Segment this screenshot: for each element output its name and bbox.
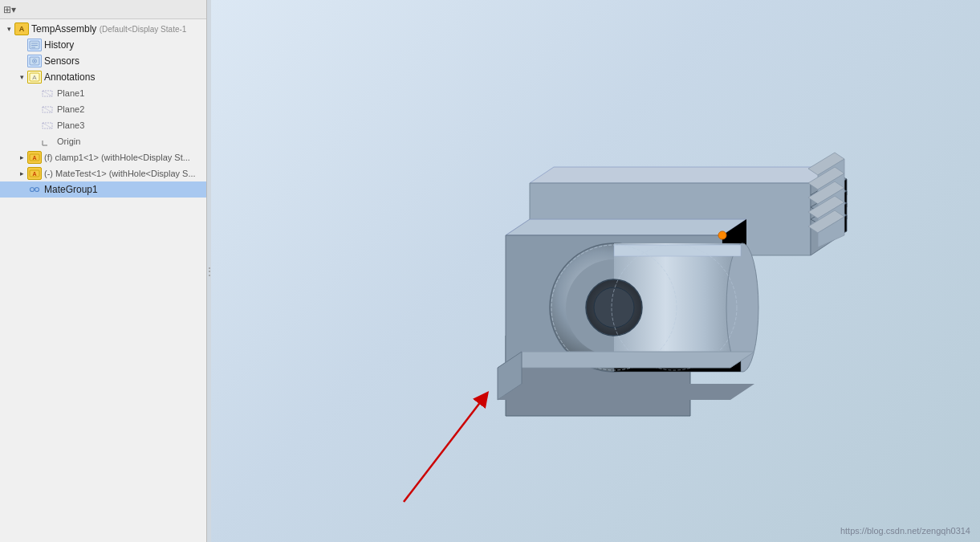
tree-label-matetest1: (-) MateTest<1> (withHole<Display S... bbox=[44, 169, 196, 178]
expand-arrow-clamp1[interactable] bbox=[16, 153, 27, 161]
plane3-icon bbox=[40, 119, 55, 132]
tree-label-clamp1: (f) clamp1<1> (withHole<Display St... bbox=[44, 153, 190, 162]
svg-rect-54 bbox=[614, 245, 741, 256]
tree-item-clamp1[interactable]: A (f) clamp1<1> (withHole<Display St... bbox=[0, 149, 206, 165]
tree-label-plane3: Plane3 bbox=[57, 120, 84, 130]
tree-label-origin: Origin bbox=[57, 137, 80, 146]
svg-point-6 bbox=[34, 60, 35, 62]
tree-label-temp-assembly: TempAssembly (Default<Display State-1 bbox=[31, 23, 186, 35]
expand-arrow[interactable] bbox=[3, 25, 14, 33]
svg-rect-0 bbox=[30, 41, 39, 49]
history-icon bbox=[27, 39, 42, 51]
svg-line-12 bbox=[43, 107, 52, 112]
tree-label-history: History bbox=[44, 39, 74, 51]
component-matetest1-icon: A bbox=[27, 167, 42, 180]
tree-label-sensors: Sensors bbox=[44, 55, 79, 67]
watermark: https://blog.csdn.net/zengqh0314 bbox=[840, 526, 970, 536]
svg-point-22 bbox=[35, 188, 39, 192]
sidebar-toolbar: ⊞▾ bbox=[0, 0, 206, 19]
svg-marker-61 bbox=[498, 352, 754, 368]
tree-item-history[interactable]: History bbox=[0, 37, 206, 53]
assembly-icon: A bbox=[14, 22, 29, 35]
plane2-icon bbox=[40, 103, 55, 116]
origin-icon bbox=[40, 135, 55, 148]
tree-label-mategroup1: MateGroup1 bbox=[44, 184, 98, 195]
svg-point-60 bbox=[718, 231, 726, 239]
plane1-icon bbox=[40, 87, 55, 100]
component-clamp1-icon: A bbox=[27, 151, 42, 164]
tree-item-plane2[interactable]: Plane2 bbox=[0, 101, 206, 117]
svg-text:A: A bbox=[32, 171, 36, 177]
mategroup1-icon bbox=[27, 183, 42, 196]
svg-marker-47 bbox=[506, 219, 746, 235]
svg-line-14 bbox=[43, 123, 52, 128]
svg-marker-63 bbox=[498, 384, 754, 400]
svg-marker-26 bbox=[530, 167, 835, 183]
tree-item-annotations[interactable]: A Annotations bbox=[0, 69, 206, 85]
tree-item-origin[interactable]: Origin bbox=[0, 133, 206, 149]
3d-model bbox=[385, 79, 883, 464]
tree-label-plane2: Plane2 bbox=[57, 104, 84, 114]
tree-item-plane3[interactable]: Plane3 bbox=[0, 117, 206, 133]
tree-label-plane1: Plane1 bbox=[57, 88, 84, 98]
3d-viewport[interactable]: https://blog.csdn.net/zengqh0314 bbox=[211, 0, 980, 542]
svg-point-57 bbox=[594, 287, 634, 328]
svg-line-10 bbox=[43, 91, 52, 96]
expand-arrow-matetest1[interactable] bbox=[16, 169, 27, 177]
tree-item-matetest1[interactable]: A (-) MateTest<1> (withHole<Display S... bbox=[0, 165, 206, 181]
tree-item-mategroup1[interactable]: MateGroup1 bbox=[0, 181, 206, 198]
tree-item-plane1[interactable]: Plane1 bbox=[0, 85, 206, 101]
annotations-icon: A bbox=[27, 71, 42, 84]
tree-item-sensors[interactable]: Sensors bbox=[0, 53, 206, 69]
svg-point-21 bbox=[30, 188, 35, 192]
filter-icon[interactable]: ⊞▾ bbox=[3, 4, 16, 15]
sensor-icon bbox=[27, 55, 42, 67]
feature-tree: A TempAssembly (Default<Display State-1 … bbox=[0, 19, 206, 542]
svg-text:A: A bbox=[32, 155, 36, 161]
svg-text:A: A bbox=[32, 74, 37, 81]
tree-label-annotations: Annotations bbox=[44, 71, 95, 83]
tree-item-temp-assembly[interactable]: A TempAssembly (Default<Display State-1 bbox=[0, 21, 206, 37]
feature-tree-sidebar: ⊞▾ A TempAssembly (Default<Display State… bbox=[0, 0, 207, 542]
expand-arrow-annotations[interactable] bbox=[16, 73, 27, 81]
